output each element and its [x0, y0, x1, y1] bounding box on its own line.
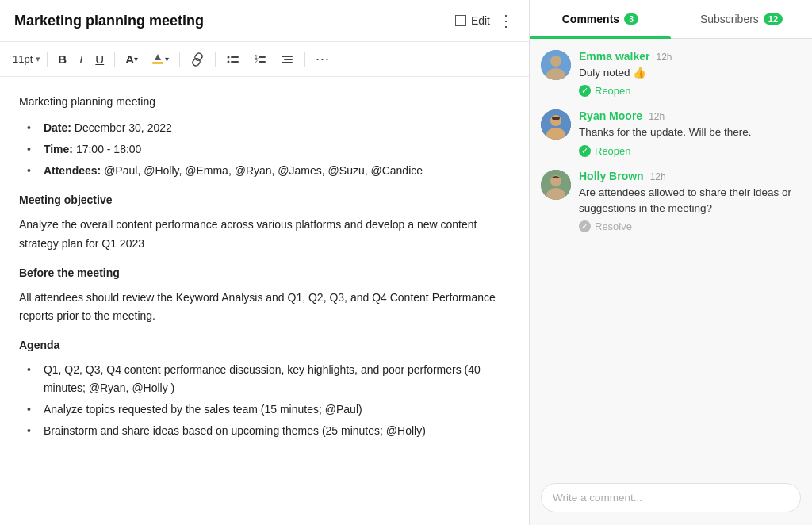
font-color-button[interactable]: A ▾ [121, 50, 142, 68]
svg-rect-4 [231, 61, 239, 63]
reopen-icon-ryan: ✓ [579, 145, 591, 157]
svg-rect-8 [259, 61, 266, 63]
underline-button[interactable]: U [91, 50, 108, 68]
section-before-text: All attendees should review the Keyword … [19, 289, 510, 325]
tab-subscribers[interactable]: Subscribers 12 [671, 0, 812, 38]
panel-tabs: Comments 3 Subscribers 12 [530, 0, 812, 39]
tab-comments[interactable]: Comments 3 [530, 0, 671, 38]
document-header: Marketing planning meeting Edit ⋮ [0, 0, 529, 42]
svg-point-13 [550, 56, 561, 67]
comment-author-emma: Emma walker [579, 50, 650, 63]
svg-text:2.: 2. [255, 59, 259, 64]
link-icon [190, 52, 205, 67]
content-bullets-list: Date: December 30, 2022 Time: 17:00 - 18… [19, 119, 510, 180]
svg-rect-18 [552, 117, 560, 120]
comment-text-ryan: Thanks for the update. Will be there. [579, 125, 801, 140]
comment-time-ryan: 12h [649, 111, 665, 122]
svg-point-3 [228, 60, 230, 63]
comment-input[interactable] [541, 483, 801, 512]
resolve-icon-holly: ✓ [579, 220, 591, 232]
comment-author-holly: Holly Brown [579, 170, 644, 182]
bold-button[interactable]: B [54, 50, 71, 68]
comments-list: Emma walker 12h Duly noted 👍 ✓ Reopen [530, 39, 812, 475]
avatar-holly [541, 170, 571, 200]
thumbs-up-emoji: 👍 [633, 67, 646, 79]
font-size-selector[interactable]: 11pt ▾ [13, 53, 40, 65]
bullet-date-value: December 30, 2022 [75, 121, 172, 134]
highlight-button[interactable]: ▾ [147, 50, 173, 69]
toolbar-divider-5 [304, 52, 305, 67]
comment-emma: Emma walker 12h Duly noted 👍 ✓ Reopen [541, 50, 801, 97]
toolbar-divider-1 [47, 52, 48, 67]
agenda-item-3: Brainstorm and share ideas based on upco… [27, 422, 510, 440]
comment-time-emma: 12h [657, 52, 672, 63]
font-color-chevron: ▾ [134, 55, 138, 63]
more-options-icon[interactable]: ⋮ [498, 11, 515, 30]
comment-action-holly[interactable]: ✓ Resolve [579, 220, 801, 232]
agenda-item-2: Analyze topics requested by the sales te… [27, 400, 510, 419]
reopen-label-ryan: Reopen [595, 145, 631, 157]
italic-button[interactable]: I [75, 50, 86, 68]
bullet-time: Time: 17:00 - 18:00 [27, 140, 510, 159]
bullet-time-value: 17:00 - 18:00 [76, 143, 142, 155]
svg-rect-11 [282, 62, 293, 63]
comment-ryan: Ryan Moore 12h Thanks for the update. Wi… [541, 109, 801, 156]
avatar-ryan [541, 109, 571, 140]
svg-rect-2 [231, 56, 239, 58]
tab-subscribers-badge: 12 [764, 13, 783, 25]
numbered-list-button[interactable]: 1. 2. [249, 50, 271, 69]
bullet-date: Date: December 30, 2022 [27, 119, 510, 137]
font-size-chevron-icon: ▾ [36, 54, 40, 64]
reopen-label-emma: Reopen [595, 85, 631, 97]
bullet-date-label: Date: [44, 121, 71, 134]
tab-subscribers-label: Subscribers [700, 13, 759, 25]
section-heading-agenda: Agenda [19, 336, 510, 354]
svg-rect-9 [282, 56, 293, 57]
comment-body-holly: Holly Brown 12h Are attendees allowed to… [579, 170, 801, 233]
comment-action-ryan[interactable]: ✓ Reopen [579, 145, 801, 157]
agenda-item-1: Q1, Q2, Q3, Q4 content performance discu… [27, 361, 510, 397]
bullet-list-icon [226, 52, 240, 67]
comment-body-ryan: Ryan Moore 12h Thanks for the update. Wi… [579, 109, 801, 156]
comments-panel: Comments 3 Subscribers 12 Emma walker 12… [530, 0, 812, 525]
bullet-time-label: Time: [44, 143, 73, 155]
svg-rect-0 [152, 62, 163, 64]
font-size-value: 11pt [13, 53, 33, 65]
indent-list-button[interactable] [276, 50, 298, 69]
svg-point-1 [228, 56, 230, 58]
more-formatting-button[interactable]: ··· [312, 48, 334, 70]
link-button[interactable] [186, 50, 209, 69]
comment-action-emma[interactable]: ✓ Reopen [579, 85, 801, 97]
bullet-attendees-label: Attendees: [44, 164, 101, 177]
toolbar-divider-2 [114, 52, 115, 67]
document-content: Marketing planning meeting Date: Decembe… [0, 77, 529, 525]
comment-input-area [530, 475, 812, 525]
bullet-attendees: Attendees: @Paul, @Holly, @Emma, @Ryan, … [27, 162, 510, 180]
header-actions: Edit ⋮ [455, 11, 515, 30]
toolbar-divider-3 [179, 52, 180, 67]
document-title: Marketing planning meeting [14, 13, 204, 29]
section-heading-before: Before the meeting [19, 264, 510, 282]
document-panel: Marketing planning meeting Edit ⋮ 11pt ▾… [0, 0, 530, 525]
edit-button[interactable]: Edit [455, 14, 490, 27]
reopen-icon-emma: ✓ [579, 85, 591, 97]
edit-checkbox-icon [455, 15, 466, 26]
comment-author-ryan: Ryan Moore [579, 109, 642, 122]
comment-text-emma: Duly noted 👍 [579, 65, 801, 81]
resolve-label-holly: Resolve [595, 220, 632, 232]
bullet-list-button[interactable] [222, 50, 244, 69]
avatar-emma [541, 50, 571, 80]
content-main-title: Marketing planning meeting [19, 93, 510, 111]
edit-label: Edit [471, 14, 490, 27]
section-heading-objective: Meeting objective [19, 191, 510, 209]
formatting-toolbar: 11pt ▾ B I U A ▾ ▾ [0, 42, 529, 77]
highlight-icon [151, 52, 165, 67]
toolbar-divider-4 [215, 52, 216, 67]
font-color-label: A [125, 52, 134, 66]
comment-body-emma: Emma walker 12h Duly noted 👍 ✓ Reopen [579, 50, 801, 97]
svg-rect-10 [284, 59, 293, 60]
tab-comments-badge: 3 [624, 13, 638, 25]
comment-holly: Holly Brown 12h Are attendees allowed to… [541, 170, 801, 233]
agenda-list: Q1, Q2, Q3, Q4 content performance discu… [19, 361, 510, 440]
svg-rect-6 [259, 56, 266, 58]
